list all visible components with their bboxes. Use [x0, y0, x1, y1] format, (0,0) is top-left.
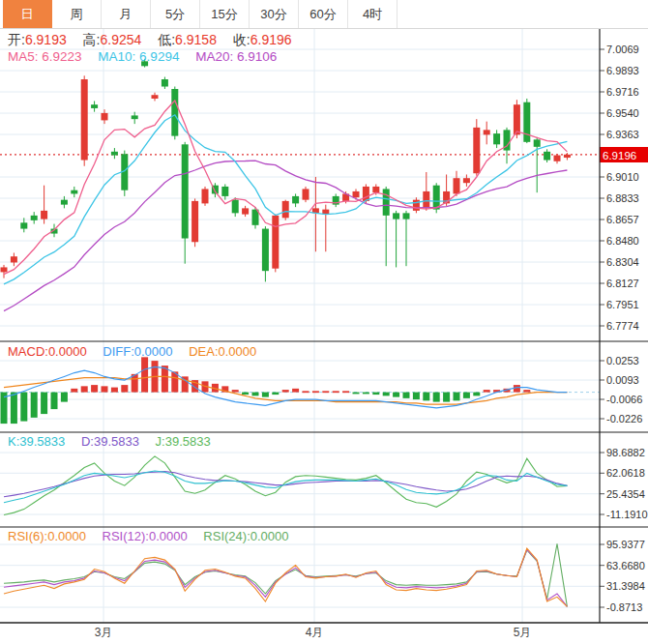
svg-text:95.9377: 95.9377	[606, 539, 645, 550]
current-price-badge: 6.9196	[600, 147, 648, 162]
svg-text:3月: 3月	[95, 626, 113, 639]
svg-text:6.8833: 6.8833	[606, 192, 639, 204]
x-axis-labels: 3月4月5月	[95, 626, 532, 639]
svg-text:-0.8713: -0.8713	[606, 601, 642, 613]
svg-text:0.0253: 0.0253	[606, 355, 639, 366]
svg-text:6.9893: 6.9893	[606, 65, 639, 76]
svg-text:-0.0066: -0.0066	[606, 394, 642, 405]
svg-text:98.6882: 98.6882	[606, 447, 645, 458]
svg-text:6.9540: 6.9540	[606, 107, 639, 119]
svg-text:6.9010: 6.9010	[606, 171, 639, 183]
svg-text:7.0069: 7.0069	[606, 44, 639, 55]
macd-lines	[4, 366, 567, 408]
svg-text:63.6680: 63.6680	[606, 560, 645, 571]
svg-text:62.0618: 62.0618	[606, 467, 645, 479]
rsi-lines	[4, 543, 567, 606]
macd-histogram	[1, 357, 571, 424]
svg-text:6.8480: 6.8480	[606, 235, 639, 247]
svg-text:6.9716: 6.9716	[606, 86, 639, 98]
price-panel: 7.00696.98936.97166.95406.93636.90106.88…	[0, 44, 639, 332]
svg-text:-0.0226: -0.0226	[606, 413, 642, 424]
svg-text:-11.1910: -11.1910	[606, 509, 648, 520]
svg-text:4月: 4月	[306, 626, 324, 639]
svg-text:6.8127: 6.8127	[606, 278, 639, 289]
svg-text:5月: 5月	[514, 626, 532, 639]
trading-chart-app: 日周月5分15分30分60分4时 7.00696.98936.97166.954…	[0, 0, 648, 644]
kdj-panel: 98.688262.061825.4354-11.1910	[0, 447, 648, 520]
svg-text:6.7951: 6.7951	[606, 299, 639, 310]
svg-text:6.9363: 6.9363	[606, 129, 639, 140]
svg-text:6.7774: 6.7774	[606, 320, 639, 332]
svg-text:6.8304: 6.8304	[606, 256, 639, 268]
svg-text:6.8657: 6.8657	[606, 214, 639, 225]
svg-text:0.0093: 0.0093	[606, 374, 639, 386]
rsi-panel: 95.937763.668031.3984-0.8713	[0, 539, 645, 613]
svg-text:31.3984: 31.3984	[606, 580, 645, 592]
kdj-lines	[4, 456, 567, 515]
chart-canvas[interactable]: 7.00696.98936.97166.95406.93636.90106.88…	[0, 0, 648, 644]
svg-text:25.4354: 25.4354	[606, 488, 645, 500]
svg-text:6.9196: 6.9196	[603, 150, 636, 161]
